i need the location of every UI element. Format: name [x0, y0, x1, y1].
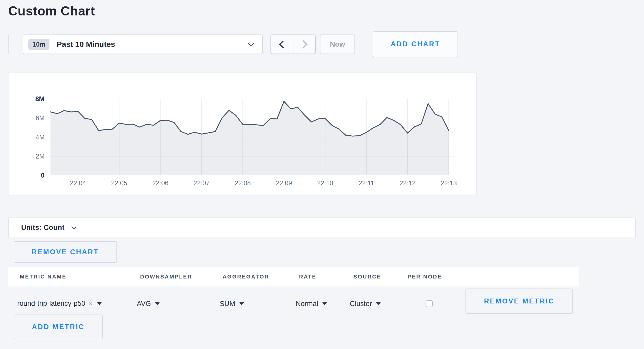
chevron-down-icon — [71, 224, 77, 229]
column-header-downsampler: DOWNSAMPLER — [140, 274, 192, 280]
source-select[interactable]: Cluster — [350, 300, 381, 308]
y-axis-tick-4m: 4M — [13, 133, 45, 141]
svg-text:22:07: 22:07 — [193, 179, 210, 187]
remove-chart-button[interactable]: REMOVE CHART — [14, 241, 117, 263]
per-node-checkbox[interactable] — [426, 300, 433, 307]
svg-text:22:11: 22:11 — [359, 179, 374, 187]
column-header-source: SOURCE — [353, 274, 381, 280]
rate-value: Normal — [296, 300, 318, 308]
caret-down-icon — [155, 302, 160, 305]
metric-name-select[interactable]: round-trip-latency-p50 × — [17, 299, 102, 308]
metric-name-value: round-trip-latency-p50 — [17, 300, 85, 308]
svg-text:22:06: 22:06 — [152, 179, 168, 187]
caret-down-icon — [322, 302, 327, 305]
chevron-left-icon — [279, 40, 287, 49]
svg-text:22:10: 22:10 — [317, 179, 333, 187]
now-button-label: Now — [330, 40, 345, 48]
svg-text:22:12: 22:12 — [400, 179, 416, 187]
downsampler-value: AVG — [137, 300, 151, 308]
svg-text:22:13: 22:13 — [441, 179, 457, 187]
rate-select[interactable]: Normal — [296, 300, 327, 308]
y-axis-tick-6m: 6M — [13, 114, 45, 122]
downsampler-select[interactable]: AVG — [137, 300, 160, 308]
svg-text:22:08: 22:08 — [235, 179, 251, 187]
aggregator-select[interactable]: SUM — [220, 300, 244, 308]
time-forward-button[interactable] — [293, 35, 315, 54]
metric-table-header: METRIC NAME DOWNSAMPLER AGGREGATOR RATE … — [8, 267, 579, 286]
svg-text:22:09: 22:09 — [276, 179, 292, 187]
chevron-right-icon — [299, 40, 308, 49]
y-axis-tick-2m: 2M — [13, 152, 45, 160]
svg-text:22:04: 22:04 — [70, 179, 86, 187]
metric-area-chart: 22:0422:0522:0622:0722:0822:0922:1022:11… — [9, 73, 476, 195]
source-value: Cluster — [350, 300, 372, 308]
add-metric-button[interactable]: ADD METRIC — [14, 315, 103, 339]
column-header-metric-name: METRIC NAME — [20, 274, 66, 280]
chevron-down-icon — [248, 40, 254, 46]
time-back-button[interactable] — [271, 35, 293, 54]
caret-down-icon — [376, 302, 381, 305]
units-select[interactable]: Units: Count — [8, 217, 636, 237]
units-select-label: Units: Count — [21, 223, 64, 232]
y-axis-tick-0: 0 — [13, 171, 45, 179]
svg-text:22:05: 22:05 — [111, 179, 127, 187]
page-title: Custom Chart — [8, 4, 95, 19]
caret-down-icon — [97, 302, 102, 305]
remove-metric-button[interactable]: REMOVE METRIC — [465, 289, 573, 314]
now-button[interactable]: Now — [320, 34, 355, 54]
time-range-select[interactable]: 10m Past 10 Minutes — [23, 34, 263, 54]
add-chart-button[interactable]: ADD CHART — [373, 31, 458, 57]
time-nav-group — [270, 34, 316, 54]
remove-tag-icon[interactable]: × — [88, 299, 93, 308]
y-axis-tick-8m: 8M — [13, 95, 45, 103]
time-range-badge: 10m — [28, 39, 49, 50]
chart-card: 22:0422:0522:0622:0722:0822:0922:1022:11… — [8, 73, 477, 195]
column-header-aggregator: AGGREGATOR — [223, 274, 269, 280]
time-range-label: Past 10 Minutes — [57, 40, 249, 49]
aggregator-value: SUM — [220, 300, 235, 308]
toolbar-left-divider — [9, 35, 9, 54]
caret-down-icon — [239, 302, 244, 305]
column-header-per-node: PER NODE — [408, 274, 442, 280]
column-header-rate: RATE — [299, 274, 317, 280]
